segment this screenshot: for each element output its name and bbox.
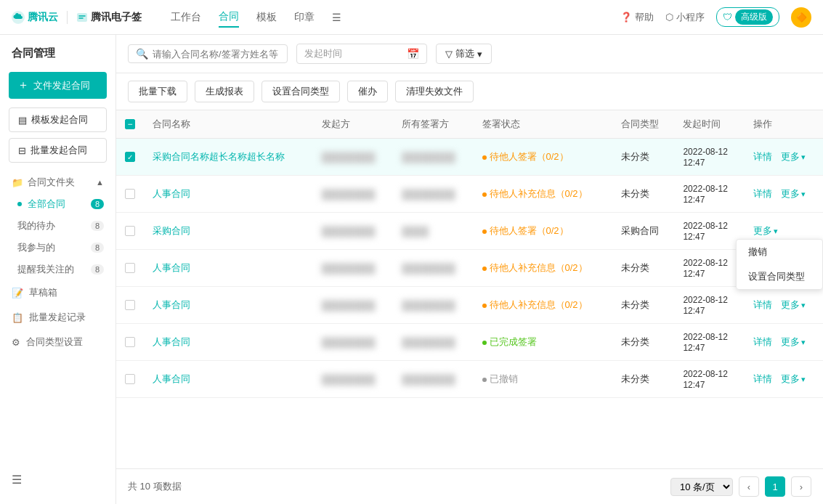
contract-name-link[interactable]: 人事合同 [153, 188, 190, 199]
row-checkbox[interactable] [125, 226, 135, 236]
file-contract-button[interactable]: ＋ 文件发起合同 [9, 72, 107, 99]
sidebar-item-my-participated[interactable]: 我参与的 8 [0, 237, 115, 259]
table-row: 人事合同 ████████ ████████ 待他人补充信息（0/2） 未分类 … [116, 250, 823, 287]
user-avatar[interactable]: 🔶 [791, 7, 811, 28]
row-signers: ████ [393, 213, 473, 250]
contract-name-link[interactable]: 采购合同 [153, 225, 190, 236]
row-checkbox[interactable] [125, 189, 135, 199]
header-signers: 所有签署方 [393, 110, 473, 139]
batch-record-icon: 📋 [12, 312, 23, 323]
contract-folder-header[interactable]: 📁 合同文件夹 ▲ [0, 171, 115, 193]
row-contract-type: 未分类 [612, 324, 675, 361]
more-action[interactable]: 更多 ▾ [781, 150, 806, 163]
nav-workbench[interactable]: 工作台 [171, 8, 201, 27]
generate-report-button[interactable]: 生成报表 [195, 81, 254, 102]
detail-link[interactable]: 详情 [753, 373, 772, 384]
row-time: 2022-08-1212:47 [674, 324, 744, 361]
initiator-value: ████████ [322, 152, 376, 163]
table-row: 人事合同 ████████ ████████ 待他人补充信息（0/2） 未分类 … [116, 287, 823, 324]
more-action[interactable]: 更多 ▾ [781, 373, 806, 386]
row-signers: ████████ [393, 250, 473, 287]
plus-icon: ＋ [17, 78, 29, 93]
row-contract-name: 人事合同 [144, 361, 313, 398]
clear-invalid-button[interactable]: 清理失效文件 [395, 81, 474, 102]
sidebar-item-my-pending[interactable]: 我的待办 8 [0, 215, 115, 237]
detail-link[interactable]: 详情 [753, 336, 772, 347]
contract-name-link[interactable]: 人事合同 [153, 299, 190, 310]
nav-seal[interactable]: 印章 [294, 8, 315, 27]
date-picker[interactable]: 发起时间 📅 [296, 44, 427, 64]
row-actions: 详情 更多 ▾ [745, 139, 823, 176]
row-status: 待他人补充信息（0/2） [474, 250, 612, 287]
row-checkbox-cell [116, 213, 144, 250]
nav-plan-badge[interactable]: 🛡 高级版 [716, 7, 779, 27]
detail-link[interactable]: 详情 [753, 188, 772, 199]
row-status: 待他人签署（0/2） [474, 213, 612, 250]
initiator-value: ████████ [322, 374, 376, 385]
status-dot [482, 192, 487, 197]
more-chevron-icon: ▾ [801, 190, 806, 199]
set-type-option[interactable]: 设置合同类型 [737, 264, 822, 289]
set-contract-type-button[interactable]: 设置合同类型 [262, 81, 340, 102]
revoke-option[interactable]: 撤销 [737, 240, 822, 264]
more-action[interactable]: 更多 ▾ [781, 187, 806, 200]
search-box[interactable]: 🔍 [128, 44, 288, 63]
prev-page-button[interactable]: ‹ [739, 476, 759, 497]
page-controls: 10 条/页 20 条/页 50 条/页 ‹ 1 › [670, 476, 811, 497]
row-contract-name: 人事合同 [144, 287, 313, 324]
row-contract-name: 人事合同 [144, 176, 313, 213]
select-all-checkbox[interactable] [125, 119, 135, 129]
type-settings-icon: ⚙ [12, 337, 20, 348]
status-badge: 待他人签署（0/2） [482, 151, 569, 162]
sidebar-item-batch-record[interactable]: 📋 批量发起记录 [0, 305, 115, 330]
nav-right: ❓ 帮助 ⬡ 小程序 🛡 高级版 🔶 [620, 7, 811, 28]
more-action[interactable]: 更多 ▾ [781, 298, 806, 312]
contract-name-link[interactable]: 人事合同 [153, 336, 190, 347]
row-checkbox[interactable] [125, 337, 135, 347]
sidebar-item-type-settings[interactable]: ⚙ 合同类型设置 [0, 330, 115, 354]
more-action[interactable]: 更多 ▾ [781, 336, 806, 349]
batch-download-button[interactable]: 批量下载 [128, 81, 187, 102]
row-checkbox[interactable] [125, 374, 135, 384]
filter-button[interactable]: ▽ 筛选 ▾ [436, 44, 492, 64]
nav-mini-program[interactable]: ⬡ 小程序 [665, 11, 705, 24]
sidebar-item-draft[interactable]: 📝 草稿箱 [0, 280, 115, 305]
contract-name-link[interactable]: 人事合同 [153, 262, 190, 273]
nav-more[interactable]: ☰ [332, 9, 341, 26]
detail-link[interactable]: 详情 [753, 151, 772, 162]
nav-contract[interactable]: 合同 [219, 7, 239, 28]
row-time: 2022-08-1212:47 [674, 176, 744, 213]
menu-icon[interactable]: ☰ [12, 473, 22, 486]
chevron-up-icon: ▲ [96, 178, 104, 187]
urge-button[interactable]: 催办 [347, 81, 388, 102]
more-chevron-icon: ▾ [801, 301, 806, 310]
more-action[interactable]: 更多 ▾ [753, 224, 778, 237]
row-status: 已撤销 [474, 361, 612, 398]
nav-help[interactable]: ❓ 帮助 [620, 11, 654, 24]
sidebar-item-all-contracts[interactable]: 全部合同 8 [0, 193, 115, 215]
status-badge: 已完成签署 [482, 336, 537, 347]
header-contract-name: 合同名称 [144, 110, 313, 139]
row-checkbox[interactable] [125, 300, 135, 310]
row-checkbox[interactable] [125, 263, 135, 273]
nav-template[interactable]: 模板 [256, 8, 277, 27]
contract-name-link[interactable]: 采购合同名称超长名称超长名称 [153, 151, 285, 162]
nav-menu: 工作台 合同 模板 印章 ☰ [171, 7, 341, 28]
tencent-cloud-logo: 腾讯云 [12, 11, 58, 24]
sidebar-item-my-watched[interactable]: 提醒我关注的 8 [0, 259, 115, 280]
next-page-button[interactable]: › [791, 476, 811, 497]
initiator-value: ████████ [322, 189, 376, 200]
row-contract-name: 采购合同名称超长名称超长名称 [144, 139, 313, 176]
detail-link[interactable]: 详情 [753, 299, 772, 310]
row-initiator: ████████ [313, 176, 393, 213]
row-checkbox[interactable] [125, 152, 135, 162]
batch-contract-button[interactable]: ⊟ 批量发起合同 [9, 138, 107, 163]
template-contract-button[interactable]: ▤ 模板发起合同 [9, 107, 107, 132]
page-1-button[interactable]: 1 [765, 476, 785, 497]
esign-logo: 腾讯电子签 [76, 11, 142, 24]
page-size-select[interactable]: 10 条/页 20 条/页 50 条/页 [670, 478, 733, 496]
signers-value: ████████ [402, 337, 455, 348]
search-input[interactable] [153, 49, 280, 60]
contract-name-link[interactable]: 人事合同 [153, 373, 190, 384]
row-checkbox-cell [116, 361, 144, 398]
